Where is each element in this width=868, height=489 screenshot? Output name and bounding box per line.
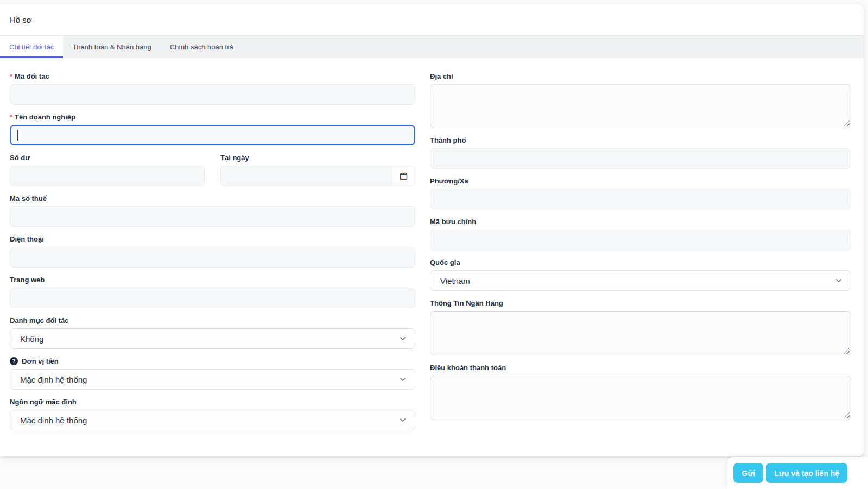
tab-label: Chi tiết đối tác [9,43,54,51]
tab-partner-details[interactable]: Chi tiết đối tác [0,36,63,58]
field-default-language: Ngôn ngữ mặc định Mặc định hệ thống [10,398,415,430]
profile-card: Hồ sơ Chi tiết đối tác Thanh toán & Nhận… [0,4,864,456]
field-payment-terms: Điều khoản thanh toán [430,364,851,420]
balance-date-row: Số dư Tại ngày [10,154,415,194]
field-business-name: * Tên doanh nghiệp [10,113,415,145]
tab-label: Chính sách hoàn trả [170,43,233,51]
field-balance: Số dư [10,154,205,186]
text-caret [17,130,18,141]
balance-label: Số dư [10,154,205,162]
date-value [221,166,391,186]
bank-info-label: Thông Tin Ngân Hàng [430,299,851,307]
tab-return-policy[interactable]: Chính sách hoàn trả [161,36,243,58]
field-bank-info: Thông Tin Ngân Hàng [430,299,851,355]
field-partner-code: * Mã đối tác [10,72,415,105]
calendar-icon [399,172,408,181]
currency-select[interactable]: Mặc định hệ thống [10,369,415,390]
website-label: Trang web [10,276,415,284]
tax-code-input[interactable] [10,206,415,227]
card-header: Hồ sơ [0,4,864,36]
ward-label: Phường/Xã [430,177,851,185]
page-title: Hồ sơ [10,15,32,24]
required-marker: * [10,72,12,80]
address-label: Địa chỉ [430,72,851,80]
field-phone: Điện thoại [10,235,415,268]
website-input[interactable] [10,288,415,308]
partner-code-label: * Mã đối tác [10,72,415,80]
phone-input[interactable] [10,247,415,268]
action-footer: Gửi Lưu và tạo liên hệ [727,457,868,489]
as-of-date-label: Tại ngày [220,154,415,162]
right-column: Địa chỉ Thành phố Phường/Xã [430,72,851,439]
bank-info-textarea[interactable] [430,311,851,355]
postal-code-input[interactable] [430,230,851,250]
payment-terms-textarea[interactable] [430,376,851,420]
field-address: Địa chỉ [430,72,851,128]
field-as-of-date: Tại ngày [220,154,415,186]
country-label: Quốc gia [430,258,851,266]
field-country: Quốc gia Vietnam [430,258,851,291]
field-partner-category: Danh mục đối tác Không [10,316,415,349]
business-name-label: * Tên doanh nghiệp [10,113,415,121]
chevron-down-icon [400,336,406,341]
field-tax-code: Mã số thuế [10,194,415,227]
field-city: Thành phố [430,136,851,169]
calendar-button[interactable] [391,166,415,186]
chevron-down-icon [400,377,406,382]
chevron-down-icon [835,278,842,283]
field-website: Trang web [10,276,415,308]
tab-bar: Chi tiết đối tác Thanh toán & Nhận hàng … [0,36,864,58]
city-label: Thành phố [430,136,851,144]
as-of-date-input[interactable] [220,166,415,186]
ward-input[interactable] [430,189,851,209]
country-select[interactable]: Vietnam [430,270,851,291]
address-textarea[interactable] [430,84,851,128]
save-and-create-contact-button[interactable]: Lưu và tạo liên hệ [766,463,847,483]
submit-button[interactable]: Gửi [733,463,763,483]
field-postal-code: Mã bưu chính [430,218,851,250]
payment-terms-label: Điều khoản thanh toán [430,364,851,372]
required-marker: * [10,113,12,121]
partner-category-select[interactable]: Không [10,328,415,349]
business-name-input[interactable] [10,125,415,145]
phone-label: Điện thoại [10,235,415,243]
default-language-select[interactable]: Mặc định hệ thống [10,410,415,430]
left-column: * Mã đối tác * Tên doanh nghiệp Số dư [10,72,415,439]
currency-label: ? Đơn vị tiền [10,357,415,365]
default-language-label: Ngôn ngữ mặc định [10,398,415,406]
partner-code-input[interactable] [10,84,415,105]
city-input[interactable] [430,148,851,169]
field-currency: ? Đơn vị tiền Mặc định hệ thống [10,357,415,390]
form-content: * Mã đối tác * Tên doanh nghiệp Số dư [0,58,864,439]
balance-input[interactable] [10,166,205,186]
tax-code-label: Mã số thuế [10,194,415,202]
field-ward: Phường/Xã [430,177,851,209]
tab-payment-receiving[interactable]: Thanh toán & Nhận hàng [63,36,160,58]
partner-category-label: Danh mục đối tác [10,316,415,325]
postal-code-label: Mã bưu chính [430,218,851,226]
help-icon[interactable]: ? [10,357,18,365]
tab-label: Thanh toán & Nhận hàng [72,43,151,51]
chevron-down-icon [400,418,406,422]
